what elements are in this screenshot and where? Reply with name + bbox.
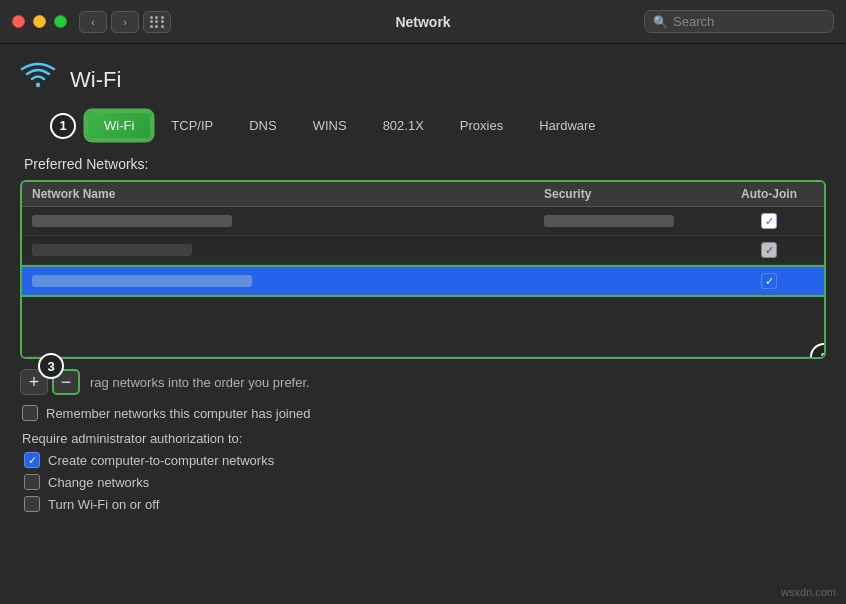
- admin-item-2: Change networks: [24, 474, 826, 490]
- row-2-autojoin[interactable]: ✓: [724, 242, 814, 258]
- back-button[interactable]: ‹: [79, 11, 107, 33]
- window-title: Network: [395, 14, 450, 30]
- nav-buttons: ‹ ›: [79, 11, 139, 33]
- admin-section: Require administrator authorization to: …: [22, 431, 826, 512]
- search-icon: 🔍: [653, 15, 668, 29]
- admin-label-2: Change networks: [48, 475, 149, 490]
- action-row: 3 + − rag networks into the order you pr…: [20, 369, 826, 395]
- traffic-lights: [12, 15, 67, 28]
- search-input[interactable]: [673, 14, 825, 29]
- remember-row: Remember networks this computer has join…: [22, 405, 826, 421]
- action-hint: rag networks into the order you prefer.: [90, 375, 310, 390]
- grid-icon: [150, 16, 165, 28]
- table-header: Network Name Security Auto-Join: [22, 182, 824, 207]
- autojoin-checkbox-2[interactable]: ✓: [761, 242, 777, 258]
- network-row-1[interactable]: ✓: [22, 207, 824, 236]
- tab-wifi[interactable]: Wi-Fi: [86, 111, 152, 140]
- search-bar: 🔍: [644, 10, 834, 33]
- network-row-2-partial[interactable]: ✓: [22, 236, 824, 265]
- close-button[interactable]: [12, 15, 25, 28]
- tab-hardware[interactable]: Hardware: [522, 112, 612, 139]
- watermark: wsxdn.com: [781, 586, 836, 598]
- preferred-networks-title: Preferred Networks:: [24, 156, 826, 172]
- wifi-label: Wi-Fi: [70, 67, 121, 93]
- content: Wi-Fi 1 Wi-Fi TCP/IP DNS WINS 802.1X Pro…: [0, 44, 846, 604]
- tab-proxies[interactable]: Proxies: [443, 112, 520, 139]
- blurred-name-2: [32, 244, 192, 256]
- tab-wins[interactable]: WINS: [296, 112, 364, 139]
- remember-label: Remember networks this computer has join…: [46, 406, 310, 421]
- col-header-autojoin: Auto-Join: [724, 187, 814, 201]
- wifi-header: Wi-Fi: [20, 62, 826, 97]
- admin-checkbox-2[interactable]: [24, 474, 40, 490]
- admin-label-3: Turn Wi-Fi on or off: [48, 497, 159, 512]
- tab-dns[interactable]: DNS: [232, 112, 293, 139]
- admin-item-1: ✓ Create computer-to-computer networks: [24, 452, 826, 468]
- col-header-name: Network Name: [32, 187, 544, 201]
- tab-8021x[interactable]: 802.1X: [366, 112, 441, 139]
- admin-item-3: Turn Wi-Fi on or off: [24, 496, 826, 512]
- tab-tcpip[interactable]: TCP/IP: [154, 112, 230, 139]
- blurred-name-selected: [32, 275, 252, 287]
- networks-container: Network Name Security Auto-Join ✓ ✓: [20, 180, 826, 359]
- badge-1: 1: [50, 113, 76, 139]
- fullscreen-button[interactable]: [54, 15, 67, 28]
- remember-checkbox[interactable]: [22, 405, 38, 421]
- svg-point-0: [36, 83, 40, 87]
- drag-hint-text: rag networks into the order you prefer.: [90, 375, 310, 390]
- row-selected-autojoin[interactable]: ✓: [724, 273, 814, 289]
- tabs-container: 1 Wi-Fi TCP/IP DNS WINS 802.1X Proxies H…: [50, 111, 826, 140]
- forward-button[interactable]: ›: [111, 11, 139, 33]
- network-row-empty: [22, 297, 824, 357]
- autojoin-checkbox-1[interactable]: ✓: [761, 213, 777, 229]
- row-1-name: [32, 215, 544, 227]
- row-1-security: [544, 215, 724, 227]
- row-2-name: [32, 244, 544, 256]
- col-header-security: Security: [544, 187, 724, 201]
- admin-label-1: Create computer-to-computer networks: [48, 453, 274, 468]
- admin-checkbox-3[interactable]: [24, 496, 40, 512]
- blurred-security-1: [544, 215, 674, 227]
- row-1-autojoin[interactable]: ✓: [724, 213, 814, 229]
- autojoin-checkbox-selected[interactable]: ✓: [761, 273, 777, 289]
- minimize-button[interactable]: [33, 15, 46, 28]
- network-row-selected[interactable]: ✓: [20, 265, 826, 297]
- blurred-name-1: [32, 215, 232, 227]
- grid-button[interactable]: [143, 11, 171, 33]
- admin-title: Require administrator authorization to:: [22, 431, 826, 446]
- row-selected-name: [32, 275, 544, 287]
- admin-checkbox-1[interactable]: ✓: [24, 452, 40, 468]
- titlebar: ‹ › Network 🔍: [0, 0, 846, 44]
- badge-3: 3: [38, 353, 64, 379]
- wifi-icon: [20, 62, 56, 97]
